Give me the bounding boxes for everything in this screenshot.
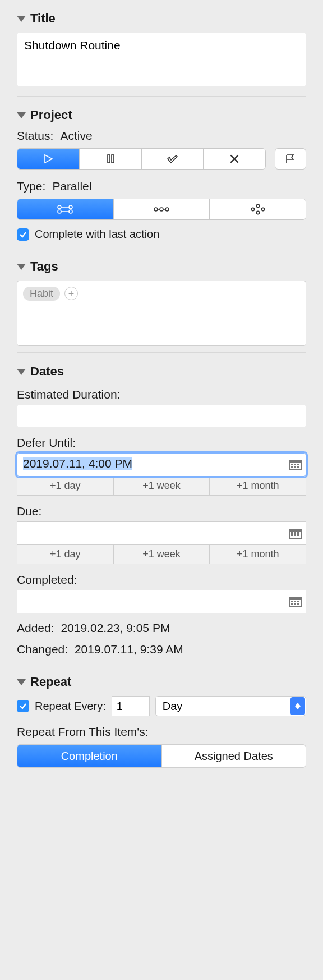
chevron-down-icon <box>17 264 26 270</box>
flag-button[interactable] <box>275 148 306 170</box>
status-dropped-button[interactable] <box>204 149 265 169</box>
svg-rect-28 <box>297 534 299 536</box>
completed-label: Completed: <box>17 573 306 587</box>
svg-rect-31 <box>291 601 293 602</box>
due-input[interactable] <box>17 521 306 545</box>
svg-point-8 <box>165 208 169 211</box>
svg-rect-34 <box>291 603 293 605</box>
svg-rect-24 <box>294 532 296 534</box>
chevron-down-icon <box>17 369 26 375</box>
svg-rect-26 <box>291 534 293 536</box>
stepper-icon <box>290 697 305 715</box>
svg-point-7 <box>160 208 163 211</box>
svg-rect-18 <box>291 466 293 468</box>
svg-rect-32 <box>294 601 296 602</box>
changed-row: Changed: 2019.07.11, 9:39 AM <box>17 643 306 656</box>
sequential-icon <box>153 204 170 215</box>
type-segmented-control <box>17 199 306 220</box>
x-icon <box>229 153 240 164</box>
section-header-repeat[interactable]: Repeat <box>17 675 306 689</box>
due-plus-1-month-button[interactable]: +1 month <box>210 545 306 564</box>
tag-chip[interactable]: Habit <box>23 287 60 301</box>
defer-until-value: 2019.07.11, 4:00 PM <box>23 457 132 470</box>
play-icon <box>43 153 54 164</box>
repeat-from-label: Repeat From This Item's: <box>17 725 306 739</box>
repeat-every-value-input[interactable] <box>112 696 150 716</box>
status-value: Active <box>60 129 92 143</box>
chevron-down-icon <box>17 679 26 685</box>
status-onhold-button[interactable] <box>80 149 142 169</box>
status-completed-button[interactable] <box>142 149 204 169</box>
single-actions-icon <box>250 204 266 215</box>
svg-rect-35 <box>294 603 296 605</box>
section-header-tags[interactable]: Tags <box>17 259 306 274</box>
due-plus-1-day-button[interactable]: +1 day <box>17 545 114 564</box>
section-dates: Dates Estimated Duration: Defer Until: 2… <box>17 352 306 663</box>
repeat-from-assigned-button[interactable]: Assigned Dates <box>162 745 306 767</box>
pause-icon <box>105 153 116 164</box>
defer-until-input[interactable]: 2019.07.11, 4:00 PM <box>17 453 306 477</box>
svg-rect-23 <box>291 532 293 534</box>
svg-rect-27 <box>294 534 296 536</box>
tags-field[interactable]: Habit + <box>17 281 306 346</box>
add-tag-button[interactable]: + <box>64 287 78 300</box>
repeat-every-unit-select[interactable] <box>155 696 306 716</box>
estimated-duration-input[interactable] <box>17 405 306 427</box>
svg-rect-36 <box>297 603 299 605</box>
changed-label: Changed: <box>17 643 68 656</box>
svg-rect-0 <box>108 155 110 163</box>
repeat-from-completion-button[interactable]: Completion <box>17 745 162 767</box>
checkmark-icon <box>19 702 27 710</box>
svg-rect-16 <box>294 464 296 465</box>
calendar-icon[interactable] <box>288 458 303 471</box>
svg-point-6 <box>154 208 158 211</box>
svg-point-11 <box>261 208 264 210</box>
section-repeat: Repeat Repeat Every: Repeat From This It… <box>17 663 306 775</box>
type-sequential-button[interactable] <box>114 199 210 219</box>
svg-rect-17 <box>297 464 299 465</box>
section-header-dates[interactable]: Dates <box>17 364 306 379</box>
svg-point-2 <box>58 205 61 209</box>
defer-until-label: Defer Until: <box>17 436 306 450</box>
svg-rect-1 <box>112 155 114 163</box>
added-row: Added: 2019.02.23, 9:05 PM <box>17 621 306 635</box>
svg-rect-33 <box>297 601 299 602</box>
type-single-button[interactable] <box>210 199 306 219</box>
completed-input[interactable] <box>17 590 306 613</box>
svg-point-9 <box>256 204 259 207</box>
repeat-from-segmented-control: Completion Assigned Dates <box>17 744 306 768</box>
defer-plus-1-month-button[interactable]: +1 month <box>210 477 306 495</box>
type-parallel-button[interactable] <box>17 199 114 219</box>
calendar-icon[interactable] <box>288 526 303 540</box>
defer-plus-1-week-button[interactable]: +1 week <box>114 477 210 495</box>
defer-plus-1-day-button[interactable]: +1 day <box>17 477 114 495</box>
checkmark-icon <box>19 231 27 239</box>
repeat-every-label: Repeat Every: <box>35 700 106 713</box>
complete-with-last-action-checkbox[interactable] <box>17 228 29 241</box>
svg-point-4 <box>69 205 72 209</box>
section-header-project[interactable]: Project <box>17 108 306 122</box>
svg-point-5 <box>69 210 72 213</box>
complete-with-last-action-row[interactable]: Complete with last action <box>17 228 306 241</box>
svg-point-12 <box>256 211 259 214</box>
added-label: Added: <box>17 621 54 634</box>
svg-point-3 <box>58 210 61 213</box>
due-quick-buttons: +1 day +1 week +1 month <box>17 545 306 564</box>
type-label: Type: <box>17 180 45 193</box>
section-header-title[interactable]: Title <box>17 11 306 26</box>
section-title-label: Title <box>30 11 56 26</box>
parallel-icon <box>57 204 73 215</box>
due-plus-1-week-button[interactable]: +1 week <box>114 545 210 564</box>
complete-with-last-action-label: Complete with last action <box>35 228 159 241</box>
svg-point-10 <box>251 208 254 210</box>
calendar-icon[interactable] <box>288 595 303 608</box>
due-label: Due: <box>17 505 306 518</box>
status-active-button[interactable] <box>17 149 80 169</box>
title-input[interactable]: Shutdown Routine <box>17 33 306 86</box>
section-tags-label: Tags <box>30 259 58 274</box>
svg-rect-15 <box>291 464 293 465</box>
added-value: 2019.02.23, 9:05 PM <box>61 621 170 634</box>
section-title: Title Shutdown Routine <box>17 0 306 96</box>
flag-icon <box>284 153 297 164</box>
repeat-every-checkbox[interactable] <box>17 700 29 712</box>
